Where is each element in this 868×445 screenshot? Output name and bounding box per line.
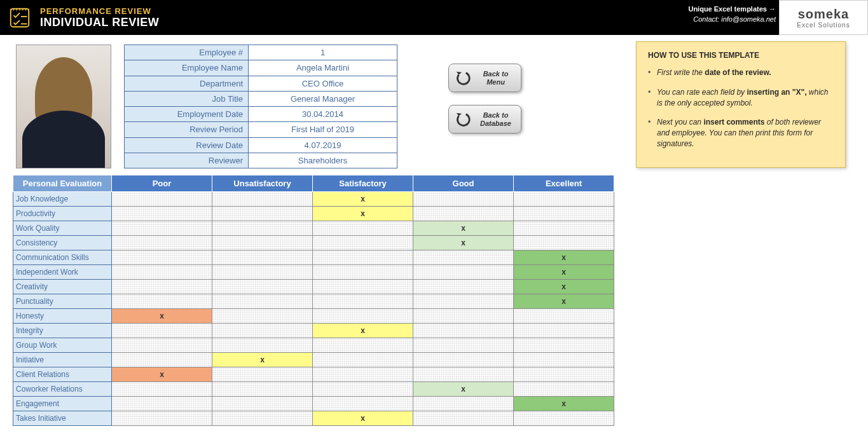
eval-cell[interactable] [514,236,614,250]
eval-cell[interactable]: x [413,382,514,397]
eval-cell[interactable] [212,236,313,250]
employee-photo [16,44,111,168]
info-value[interactable]: CEO Office [249,76,397,91]
eval-cell[interactable] [413,280,514,294]
eval-cell[interactable] [413,192,514,207]
eval-cell[interactable] [112,294,212,309]
eval-cell[interactable] [112,236,212,250]
eval-cell[interactable] [313,221,413,236]
eval-cell[interactable] [313,397,413,411]
info-value[interactable]: Shareholders [249,153,397,168]
eval-cell[interactable]: x [112,367,212,382]
eval-cell[interactable] [514,207,614,221]
templates-link[interactable]: Unique Excel templates → [688,5,776,13]
eval-cell[interactable]: x [313,411,413,426]
eval-cell[interactable]: x [112,309,212,324]
eval-cell[interactable] [514,367,614,382]
eval-cell[interactable] [212,397,313,411]
eval-cell[interactable] [413,338,514,353]
info-value[interactable]: 4.07.2019 [249,137,397,153]
eval-cell[interactable] [212,338,313,353]
info-value[interactable]: First Half of 2019 [249,122,397,137]
eval-cell[interactable] [212,280,313,294]
eval-row: Independent Workx [13,265,614,280]
eval-cell[interactable] [112,280,212,294]
eval-cell[interactable] [112,338,212,353]
eval-cell[interactable] [413,324,514,338]
eval-cell[interactable] [413,207,514,221]
eval-cell[interactable] [514,338,614,353]
info-label: Department [125,76,249,91]
eval-cell[interactable]: x [313,324,413,338]
eval-cell[interactable] [112,382,212,397]
back-arrow-icon [454,69,472,87]
eval-cell[interactable] [212,294,313,309]
info-value[interactable]: General Manager [249,91,397,106]
info-value[interactable]: 30.04.2014 [249,107,397,122]
eval-cell[interactable]: x [313,207,413,221]
eval-cell[interactable] [212,250,313,265]
eval-cell[interactable]: x [514,280,614,294]
employee-info-table: Employee #1Employee NameAngela MartiniDe… [124,44,397,168]
eval-cell[interactable]: x [514,397,614,411]
eval-cell[interactable] [313,294,413,309]
info-value[interactable]: Angela Martini [249,60,397,76]
eval-cell[interactable] [413,309,514,324]
eval-cell[interactable] [313,367,413,382]
evaluation-table: Personal Evaluation Poor Unsatisfactory … [13,175,614,426]
someka-logo[interactable]: someka Excel Solutions [779,0,868,35]
eval-cell[interactable] [212,192,313,207]
eval-cell[interactable] [212,221,313,236]
eval-cell[interactable] [514,353,614,367]
eval-cell[interactable] [313,236,413,250]
eval-cell[interactable] [112,250,212,265]
eval-cell[interactable] [212,265,313,280]
eval-cell[interactable] [313,382,413,397]
eval-cell[interactable] [413,294,514,309]
back-to-database-button[interactable]: Back to Database [448,105,521,134]
eval-cell[interactable] [212,324,313,338]
eval-cell[interactable] [112,324,212,338]
eval-cell[interactable]: x [212,353,313,367]
eval-cell[interactable] [413,411,514,426]
eval-cell[interactable] [514,324,614,338]
eval-cell[interactable] [112,353,212,367]
eval-cell[interactable] [212,309,313,324]
eval-cell[interactable] [514,221,614,236]
info-value[interactable]: 1 [249,45,397,60]
eval-cell[interactable] [413,367,514,382]
eval-cell[interactable] [413,250,514,265]
eval-cell[interactable]: x [413,236,514,250]
eval-cell[interactable] [514,382,614,397]
eval-cell[interactable] [212,207,313,221]
eval-cell[interactable] [112,207,212,221]
eval-cell[interactable] [313,309,413,324]
eval-cell[interactable] [313,265,413,280]
eval-cell[interactable] [413,353,514,367]
eval-cell[interactable] [514,411,614,426]
eval-cell[interactable] [514,192,614,207]
eval-cell[interactable]: x [313,192,413,207]
eval-cell[interactable] [112,192,212,207]
eval-cell[interactable] [212,411,313,426]
eval-cell[interactable]: x [413,221,514,236]
eval-cell[interactable] [313,280,413,294]
eval-row: Group Work [13,338,614,353]
eval-cell[interactable] [313,353,413,367]
eval-cell[interactable] [413,265,514,280]
eval-cell[interactable] [112,411,212,426]
eval-cell[interactable] [112,221,212,236]
eval-cell[interactable] [112,265,212,280]
eval-cell[interactable] [313,250,413,265]
eval-cell[interactable]: x [514,265,614,280]
eval-cell[interactable] [112,397,212,411]
eval-cell[interactable] [212,367,313,382]
eval-cell[interactable] [413,397,514,411]
eval-cell[interactable]: x [514,294,614,309]
eval-cell[interactable]: x [514,250,614,265]
back-to-menu-button[interactable]: Back to Menu [448,64,521,92]
eval-cell[interactable] [212,382,313,397]
eval-row: Communication Skillsx [13,250,614,265]
eval-cell[interactable] [514,309,614,324]
eval-cell[interactable] [313,338,413,353]
